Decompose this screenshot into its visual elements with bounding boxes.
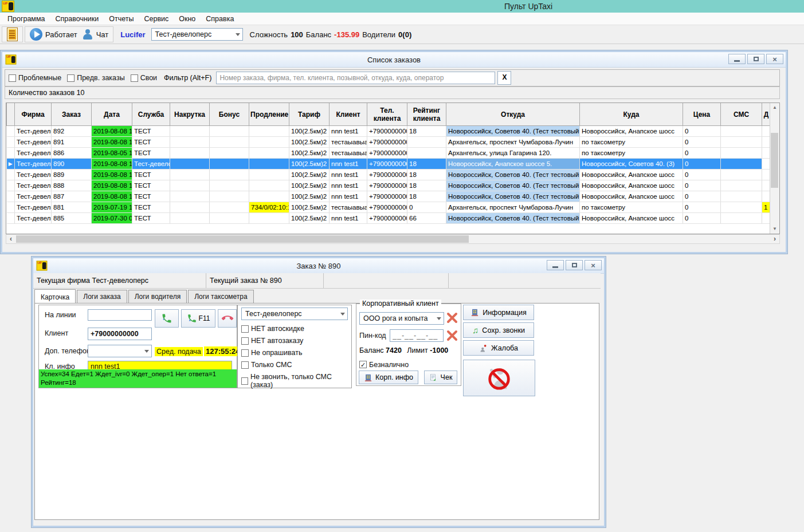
clear-pin-button[interactable]: [446, 329, 458, 342]
cell-date: 2019-08-08 1: [92, 126, 132, 137]
order-row-892[interactable]: Тест-девело8922019-08-08 1ТЕСТ100(2.5км)…: [7, 126, 771, 137]
column-header-13[interactable]: Цена: [683, 103, 721, 126]
column-header-10[interactable]: Рейтинг клиента: [407, 103, 446, 126]
column-header-6[interactable]: Продление: [249, 103, 289, 126]
filter-checkbox[interactable]: Предв. заказы: [67, 74, 124, 82]
filter-label: Фильтр (Alt+F): [164, 74, 211, 82]
order-row-887[interactable]: Тест-девело8872019-08-08 1ТЕСТ100(2.5км)…: [7, 191, 771, 202]
chat-button[interactable]: Чат: [80, 28, 111, 41]
restore-button[interactable]: [747, 54, 764, 64]
online-input[interactable]: [88, 309, 152, 321]
corp-info-label: Корп. инфо: [375, 373, 413, 381]
scroll-left-icon[interactable]: ‹: [6, 235, 15, 243]
order-checkbox[interactable]: Не опрашивать: [241, 349, 346, 357]
client-phone-input[interactable]: [88, 328, 152, 340]
menu-item-3[interactable]: Сервис: [139, 14, 174, 24]
cell-order: 885: [52, 213, 92, 224]
cell-date: 2019-08-08 1: [92, 159, 132, 170]
hangup-button[interactable]: [218, 309, 237, 328]
menu-item-5[interactable]: Справка: [201, 14, 239, 24]
corp-info-button[interactable]: Корп. инфо: [359, 371, 418, 384]
restore-button[interactable]: [566, 260, 583, 270]
column-header-11[interactable]: Откуда: [446, 103, 580, 126]
minimize-button[interactable]: [547, 260, 564, 270]
minimize-button[interactable]: [728, 54, 746, 64]
cell-date: 2019-08-08 1: [92, 180, 132, 191]
extra-phone-combobox[interactable]: [88, 345, 152, 357]
scroll-right-icon[interactable]: ›: [770, 235, 779, 243]
order-checkbox[interactable]: Не звонить, только СМС (заказ): [241, 373, 346, 389]
row-marker: [7, 170, 15, 180]
scroll-down-icon[interactable]: ▼: [770, 224, 779, 234]
cell-service: ТЕСТ: [132, 126, 170, 137]
column-header-7[interactable]: Тариф: [289, 103, 330, 126]
column-header-2[interactable]: Дата: [92, 103, 132, 126]
column-header-1[interactable]: Заказ: [52, 103, 92, 126]
column-header-3[interactable]: Служба: [132, 103, 170, 126]
row-marker: [7, 191, 15, 202]
cell-sms: [721, 191, 762, 202]
order-row-886[interactable]: Тест-девело8862019-08-05 1ТЕСТ100(2.5км)…: [7, 148, 771, 159]
order-firm-combobox[interactable]: Тест-девелоперс: [241, 308, 348, 320]
filter-checkbox[interactable]: Свои: [131, 74, 157, 82]
order-row-885[interactable]: Тест-девело8852019-07-30 0ТЕСТ100(2.5км)…: [7, 213, 771, 224]
company-combobox[interactable]: ООО рога и копыта: [359, 312, 444, 325]
status-running-button[interactable]: Работает: [28, 27, 80, 41]
receipt-button[interactable]: Чек: [424, 371, 457, 384]
cashless-checkbox[interactable]: ✓Безналично: [359, 361, 409, 369]
tab-3[interactable]: Логи таксометра: [188, 290, 254, 304]
column-header-14[interactable]: СМС: [721, 103, 762, 126]
column-header-9[interactable]: Тел. клиента: [367, 103, 407, 126]
menu-item-4[interactable]: Окно: [174, 14, 201, 24]
clear-company-button[interactable]: [446, 312, 458, 324]
close-button[interactable]: ×: [585, 260, 602, 270]
column-header-8[interactable]: Клиент: [330, 103, 367, 126]
saved-calls-button[interactable]: ♫ Сохр. звонки: [463, 322, 534, 338]
cell-to: Новороссийск, Анапское шосс: [580, 170, 683, 180]
cell-markup: [170, 180, 210, 191]
close-button[interactable]: ×: [766, 54, 783, 64]
search-input[interactable]: [216, 72, 495, 84]
menu-item-2[interactable]: Отчеты: [104, 14, 139, 24]
order-window-titlebar[interactable]: Заказ № 890 ×: [33, 258, 604, 274]
restore-icon: [754, 57, 759, 61]
firm-combobox[interactable]: Тест-девелоперс: [151, 28, 243, 41]
scroll-up-icon[interactable]: ▲: [770, 103, 779, 112]
call-button[interactable]: [155, 309, 179, 328]
menu-item-1[interactable]: Справочники: [50, 14, 104, 24]
vertical-scrollbar[interactable]: ▲ ▼: [770, 103, 779, 234]
order-checkbox[interactable]: Только СМС: [241, 361, 346, 369]
order-row-890[interactable]: ▶Тест-девело8902019-08-08 1Тест-девело10…: [7, 159, 771, 170]
menu-item-0[interactable]: Программа: [2, 14, 50, 24]
refuse-client-button[interactable]: [463, 360, 535, 396]
filter-checkbox[interactable]: Проблемные: [9, 74, 61, 82]
tab-2[interactable]: Логи водителя: [128, 290, 187, 304]
column-header-0[interactable]: Фирма: [15, 103, 52, 126]
order-row-889[interactable]: Тест-девело8892019-08-08 1ТЕСТ100(2.5км)…: [7, 170, 771, 180]
information-button[interactable]: Информация: [463, 305, 534, 320]
vertical-scroll-thumb[interactable]: [771, 133, 778, 188]
clear-filter-button[interactable]: X: [497, 71, 511, 85]
horizontal-scroll-thumb[interactable]: [16, 235, 469, 243]
pin-input[interactable]: [390, 329, 444, 342]
order-row-888[interactable]: Тест-девело8882019-08-08 1ТЕСТ100(2.5км)…: [7, 180, 771, 191]
column-header-12[interactable]: Куда: [580, 103, 683, 126]
cell-service: ТЕСТ: [132, 202, 170, 213]
column-header-5[interactable]: Бонус: [210, 103, 249, 126]
order-checkbox[interactable]: НЕТ автоскидке: [241, 325, 346, 333]
horizontal-scrollbar[interactable]: ‹ ›: [6, 234, 780, 244]
orders-log-button[interactable]: [5, 27, 20, 42]
cell-tariff: 100(2.5км)2: [289, 126, 330, 137]
checkbox-label: НЕТ автозаказу: [251, 337, 303, 345]
tab-1[interactable]: Логи заказа: [77, 290, 127, 304]
cell-to: по таксометру: [580, 148, 683, 159]
tab-0[interactable]: Карточка: [34, 289, 76, 304]
column-header-4[interactable]: Накрутка: [170, 103, 210, 126]
order-checkbox[interactable]: НЕТ автозаказу: [241, 337, 346, 345]
complaint-button[interactable]: Жалоба: [463, 340, 534, 356]
order-card: На линии F11 Клиент Доп. телефон: [34, 303, 599, 520]
orders-window-titlebar[interactable]: Список заказов ×: [2, 52, 786, 68]
order-row-891[interactable]: Тест-девело8912019-08-08 1ТЕСТ100(2.5км)…: [7, 137, 771, 148]
order-row-881[interactable]: Тест-девело8812019-07-19 1ТЕСТ734/0/02:1…: [7, 202, 771, 213]
call-f11-button[interactable]: F11: [181, 309, 215, 328]
